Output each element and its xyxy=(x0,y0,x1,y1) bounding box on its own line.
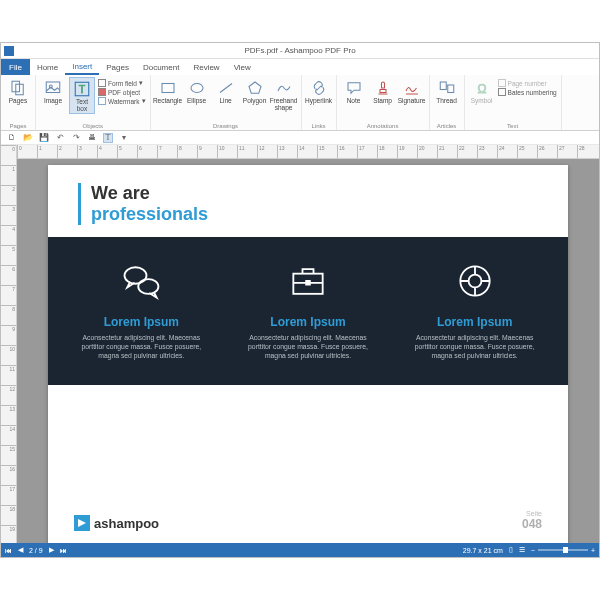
col2-body: Aconsectetur adipiscing elit. Maecenas p… xyxy=(238,333,378,361)
canvas[interactable]: We are professionals Lorem Ipsum Aconsec… xyxy=(17,159,599,543)
doc-area: 0123456789101112131415161718192021222324… xyxy=(17,145,599,543)
view-single-icon[interactable]: ▯ xyxy=(509,546,513,554)
rectangle-button[interactable]: Rectangle xyxy=(155,77,181,105)
svg-text:T: T xyxy=(79,83,86,95)
document-page[interactable]: We are professionals Lorem Ipsum Aconsec… xyxy=(48,165,568,543)
ribbon-group-pages: Pages Pages xyxy=(1,75,36,130)
pdf-object-icon xyxy=(98,88,106,96)
page-indicator: 2 / 9 xyxy=(29,547,43,554)
hyperlink-icon xyxy=(310,79,328,97)
brand: ashampoo xyxy=(74,515,159,531)
file-tab[interactable]: File xyxy=(1,59,30,75)
tab-document[interactable]: Document xyxy=(136,59,186,75)
form-field-button[interactable]: Form field ▾ xyxy=(98,79,146,87)
stamp-button[interactable]: Stamp xyxy=(370,77,396,105)
qat-text-tool-icon[interactable]: T xyxy=(103,133,113,143)
zoom-track[interactable] xyxy=(538,549,588,551)
bates-button[interactable]: Bates numbering xyxy=(498,88,557,96)
qat-undo-icon[interactable]: ↶ xyxy=(55,133,65,143)
tab-review[interactable]: Review xyxy=(186,59,226,75)
qat-redo-icon[interactable]: ↷ xyxy=(71,133,81,143)
page-header: We are professionals xyxy=(48,165,568,237)
page-number: 048 xyxy=(522,518,542,531)
image-button[interactable]: Image xyxy=(40,77,66,105)
polygon-icon xyxy=(246,79,264,97)
horizontal-ruler: 0123456789101112131415161718192021222324… xyxy=(17,145,599,159)
pages-icon xyxy=(9,79,27,97)
svg-rect-9 xyxy=(447,85,453,93)
chat-icon xyxy=(119,259,163,303)
feature-col-2: Lorem Ipsum Aconsectetur adipiscing elit… xyxy=(238,259,378,361)
zoom-in-icon[interactable]: + xyxy=(591,547,595,554)
rectangle-icon xyxy=(159,79,177,97)
qat-more-icon[interactable]: ▾ xyxy=(119,133,129,143)
briefcase-icon xyxy=(286,259,330,303)
hyperlink-button[interactable]: Hyperlink xyxy=(306,77,332,105)
col3-title: Lorem Ipsum xyxy=(405,315,545,329)
page-number-icon xyxy=(498,79,506,87)
prev-page-icon[interactable]: ◀ xyxy=(18,546,23,554)
ribbon-group-articles: Thread Articles xyxy=(430,75,465,130)
svg-point-11 xyxy=(125,267,147,284)
svg-point-12 xyxy=(139,279,159,294)
qat-new-icon[interactable]: 🗋 xyxy=(7,133,17,143)
page-number-button[interactable]: Page number xyxy=(498,79,557,87)
zoom-thumb[interactable] xyxy=(563,547,568,553)
col1-body: Aconsectetur adipiscing elit. Maecenas p… xyxy=(71,333,211,361)
freehand-icon xyxy=(275,79,293,97)
quick-access-toolbar: 🗋 📂 💾 ↶ ↷ 🖶 T ▾ xyxy=(1,131,599,145)
symbol-button[interactable]: Ω Symbol xyxy=(469,77,495,105)
thread-icon xyxy=(438,79,456,97)
window-title: PDFs.pdf - Ashampoo PDF Pro xyxy=(244,46,355,55)
text-box-button[interactable]: T Text box xyxy=(69,77,95,114)
ellipse-icon xyxy=(188,79,206,97)
object-extras: Form field ▾ PDF object Watermark ▾ xyxy=(98,77,146,105)
title-bar: PDFs.pdf - Ashampoo PDF Pro xyxy=(1,43,599,59)
svg-point-7 xyxy=(191,84,203,93)
line-icon xyxy=(217,79,235,97)
next-page-icon[interactable]: ▶ xyxy=(49,546,54,554)
app-icon xyxy=(4,46,14,56)
feature-col-1: Lorem Ipsum Aconsectetur adipiscing elit… xyxy=(71,259,211,361)
feature-band: Lorem Ipsum Aconsectetur adipiscing elit… xyxy=(48,237,568,385)
stamp-icon xyxy=(374,79,392,97)
svg-rect-6 xyxy=(162,84,174,93)
brand-logo-icon xyxy=(74,515,90,531)
menu-bar: File Home Insert Pages Document Review V… xyxy=(1,59,599,75)
qat-print-icon[interactable]: 🖶 xyxy=(87,133,97,143)
qat-save-icon[interactable]: 💾 xyxy=(39,133,49,143)
view-continuous-icon[interactable]: ☰ xyxy=(519,546,525,554)
qat-open-icon[interactable]: 📂 xyxy=(23,133,33,143)
headline: We are professionals xyxy=(78,183,538,225)
app-window: PDFs.pdf - Ashampoo PDF Pro File Home In… xyxy=(0,42,600,558)
signature-icon xyxy=(403,79,421,97)
symbol-icon: Ω xyxy=(473,79,491,97)
headline-line1: We are xyxy=(91,183,538,204)
note-button[interactable]: Note xyxy=(341,77,367,105)
pdf-object-button[interactable]: PDF object xyxy=(98,88,146,96)
signature-button[interactable]: Signature xyxy=(399,77,425,105)
note-icon xyxy=(345,79,363,97)
ellipse-button[interactable]: Ellipse xyxy=(184,77,210,105)
freehand-button[interactable]: Freehand shape xyxy=(271,77,297,112)
last-page-icon[interactable]: ⏭ xyxy=(60,547,67,554)
thread-button[interactable]: Thread xyxy=(434,77,460,105)
watermark-button[interactable]: Watermark ▾ xyxy=(98,97,146,105)
tab-view[interactable]: View xyxy=(227,59,258,75)
tab-home[interactable]: Home xyxy=(30,59,65,75)
pages-button[interactable]: Pages xyxy=(5,77,31,105)
tab-insert[interactable]: Insert xyxy=(65,59,99,75)
zoom-out-icon[interactable]: − xyxy=(531,547,535,554)
ribbon-group-links: Hyperlink Links xyxy=(302,75,337,130)
zoom-slider[interactable]: − + xyxy=(531,547,595,554)
polygon-button[interactable]: Polygon xyxy=(242,77,268,105)
svg-point-15 xyxy=(468,275,481,288)
ribbon-group-objects: Image T Text box Form field ▾ PDF object… xyxy=(36,75,151,130)
watermark-icon xyxy=(98,97,106,105)
tab-pages[interactable]: Pages xyxy=(99,59,136,75)
first-page-icon[interactable]: ⏮ xyxy=(5,547,12,554)
line-button[interactable]: Line xyxy=(213,77,239,105)
vertical-ruler: 01234567891011121314151617181920 xyxy=(1,145,17,543)
feature-col-3: Lorem Ipsum Aconsectetur adipiscing elit… xyxy=(405,259,545,361)
form-field-icon xyxy=(98,79,106,87)
